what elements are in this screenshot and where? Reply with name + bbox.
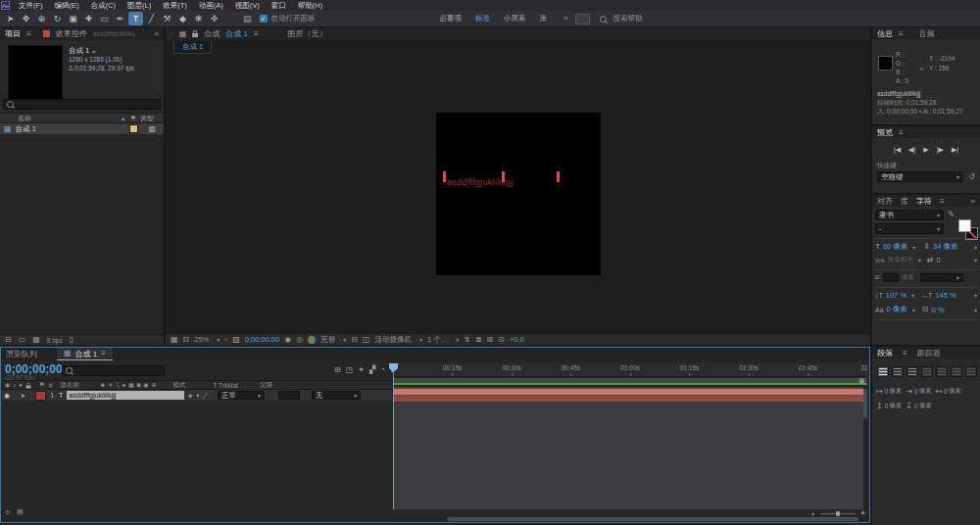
quality-switch-icon[interactable]: ╲ [116, 382, 120, 388]
roto-brush-tool-icon[interactable]: ❋ [191, 12, 206, 25]
fx-switch-icon[interactable]: ♠ [122, 382, 125, 388]
frame-blend-icon[interactable]: ▞ [369, 366, 375, 374]
chevron-down-icon[interactable]: ▾ [971, 307, 977, 313]
panel-menu-icon[interactable]: ≡ [899, 29, 904, 38]
collapse-switch-icon[interactable]: ☀ [108, 382, 113, 388]
snapshot-icon[interactable]: ◉ [284, 336, 291, 344]
panel-menu-icon[interactable]: ≡ [26, 29, 31, 38]
puppet-pin-tool-icon[interactable]: ✜ [207, 12, 221, 25]
eyedropper-icon[interactable]: ✎ [948, 211, 955, 218]
layer-eye-icon[interactable]: ◉ [4, 392, 10, 399]
fill-color-swatch[interactable] [958, 219, 971, 232]
last-frame-button[interactable]: ▶| [952, 146, 958, 153]
chevron-down-icon[interactable]: ▾ [915, 257, 921, 263]
panel-menu-icon[interactable]: ≡ [899, 128, 904, 137]
indent-left-field[interactable]: ↦ 0 像素 [876, 387, 902, 396]
zoom-out-mountain-icon[interactable]: ▲ [810, 510, 815, 516]
pen-tool-icon[interactable]: ✒ [113, 12, 127, 25]
brush-tool-icon[interactable]: ╱ [144, 12, 159, 25]
reset-icon[interactable]: ↺ [968, 173, 975, 181]
fast-preview-icon[interactable]: ↯ [464, 336, 470, 344]
clone-stamp-tool-icon[interactable]: ⚒ [160, 12, 174, 25]
time-ruler[interactable]: 00:15s00:30s00:45s01:00s01:15s01:30s01:4… [393, 363, 867, 377]
space-after-field[interactable]: ↧ 0 像素 [906, 402, 931, 410]
tab-preview[interactable]: 预览 [877, 127, 893, 138]
menu-item[interactable]: 文件(F) [13, 1, 49, 11]
camera-menu[interactable]: 活动摄像机 [374, 335, 412, 345]
align-right-button[interactable] [906, 366, 918, 377]
project-row-comp1[interactable]: ▦ 合成 1 ▩ [0, 123, 164, 134]
panel-menu-icon[interactable]: ≡ [903, 349, 907, 358]
align-left-button[interactable] [877, 366, 889, 377]
menu-item[interactable]: 效果(T) [157, 1, 193, 11]
previous-frame-button[interactable]: ◀| [908, 146, 915, 153]
tab-audio[interactable]: 音频 [919, 28, 935, 39]
region-icon[interactable]: ⊟ [351, 336, 358, 344]
menu-item[interactable]: 帮助(H) [292, 1, 328, 11]
menu-item[interactable]: 动画(A) [193, 1, 229, 11]
panel-icon[interactable]: ▤ [243, 15, 252, 24]
align-center-button[interactable] [892, 366, 904, 377]
selection-tool-icon[interactable]: ➤ [3, 12, 18, 25]
project-search-input[interactable] [3, 99, 161, 110]
chevron-down-icon[interactable]: ▾ [971, 292, 977, 299]
menu-item[interactable]: 窗口 [266, 1, 292, 11]
tab-layer-none[interactable]: 图层（无） [288, 28, 327, 39]
canvas-text-block[interactable]: asddfffgjuklilikjjj [447, 171, 570, 183]
exposure-reset-icon[interactable]: ⊙ [498, 336, 505, 344]
auto-open-panels-checkbox[interactable]: ✓ [260, 15, 268, 23]
chevron-down-icon[interactable]: ▾ [89, 48, 95, 55]
horizontal-scrollbar[interactable] [393, 517, 867, 521]
flowchart-icon[interactable]: ⊞ [487, 336, 494, 344]
project-bit-depth[interactable]: 8 bpc [47, 337, 63, 344]
font-family-select[interactable]: 隶书 ▾ [875, 210, 944, 220]
comp-marker-button[interactable]: ▣ [858, 377, 865, 384]
tab-render-queue[interactable]: 渲染队列 [6, 349, 37, 359]
tab-tracker[interactable]: 跟踪器 [917, 348, 941, 358]
motion-blur-switch-icon[interactable]: ◙ [137, 382, 141, 388]
search-help-input[interactable]: 搜索帮助 [612, 14, 642, 24]
sort-up-icon[interactable]: ▲ [121, 116, 126, 121]
first-line-indent-field[interactable]: ⇥ 0 像素 [906, 387, 931, 396]
workspace-essentials[interactable]: 必要项 [433, 14, 469, 24]
channels-icon[interactable] [308, 336, 316, 344]
font-size-value[interactable]: 60 像素 [883, 242, 907, 252]
transparency-grid-icon[interactable]: ▨ [232, 336, 240, 344]
layer-label-chip[interactable] [35, 391, 46, 401]
tab-align[interactable]: 对齐 [877, 196, 893, 207]
chevron-down-icon[interactable]: ▾ [214, 336, 220, 343]
horizontal-scale-value[interactable]: 145 % [935, 291, 956, 300]
shy-switch-icon[interactable]: ♣ [101, 382, 105, 388]
motion-blur-icon[interactable]: ◔ [380, 366, 385, 374]
timeline-bottom-left-icon[interactable]: ⊙ [5, 508, 11, 515]
camera-tool-icon[interactable]: ▣ [66, 12, 80, 25]
resolution-menu[interactable]: 完整 [320, 335, 335, 345]
chevron-down-icon[interactable]: ▾ [908, 292, 914, 299]
justify-all-button[interactable] [965, 366, 977, 377]
stroke-style-select[interactable]: ▾ [920, 273, 963, 282]
chevron-down-icon[interactable]: ▾ [909, 307, 915, 313]
solo-column-icon[interactable]: ● [19, 382, 23, 388]
layer-solo-icon[interactable]: ╱ [203, 393, 207, 399]
new-folder-button[interactable]: ▭ [19, 336, 26, 344]
lock-column-icon[interactable] [25, 385, 30, 388]
comp-canvas[interactable]: asddfffgjuklilikjjj [436, 113, 601, 275]
chevron-down-icon[interactable]: ▾ [971, 244, 977, 251]
magnification-menu[interactable]: 25% [194, 335, 209, 344]
tab-libraries[interactable]: 库 [901, 196, 908, 207]
justify-last-left-button[interactable] [921, 366, 933, 377]
rotation-tool-icon[interactable]: ↻ [50, 12, 65, 25]
timeline-zoom-slider[interactable] [820, 513, 856, 514]
tab-project[interactable]: 项目 [5, 28, 21, 39]
tab-character[interactable]: 字符 [916, 196, 932, 207]
indent-right-field[interactable]: ↤ 0 像素 [936, 387, 961, 396]
viewer-timecode[interactable]: 0;00;00;00 [245, 335, 279, 344]
vertical-scrollbar[interactable] [863, 387, 867, 509]
index-column[interactable]: # [49, 382, 53, 389]
type-tool-icon[interactable]: T [128, 12, 143, 25]
timeline-bottom-left-icon2[interactable]: ▤ [17, 508, 24, 515]
chevron-down-icon[interactable]: ▾ [909, 244, 915, 251]
menu-item[interactable]: 合成(C) [85, 1, 122, 11]
layer-fx-icon[interactable]: ✦ [195, 393, 200, 399]
hand-tool-icon[interactable]: ✥ [19, 12, 33, 25]
